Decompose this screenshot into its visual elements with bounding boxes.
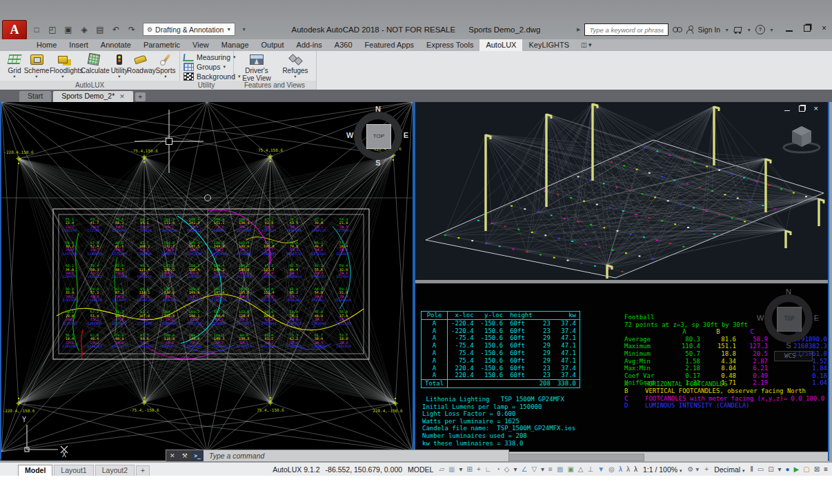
ribbon-tab-manage[interactable]: Manage <box>215 39 255 51</box>
annotation-scale-sync-icon[interactable]: λ <box>634 466 637 473</box>
ribbon-tab-keylights[interactable]: KeyLIGHTS <box>522 39 575 51</box>
ribbon-button-scheme[interactable]: Scheme▾ <box>23 52 50 78</box>
wcs-dropdown[interactable]: WCS ▾ <box>774 351 813 361</box>
annotation-scale-control[interactable]: 1:1 / 100% ▾ <box>643 465 682 474</box>
layout1-tab[interactable]: Layout1 <box>54 465 93 476</box>
viewcube[interactable]: TOP N S E W <box>348 106 408 165</box>
new-layout-button[interactable]: + <box>136 465 150 476</box>
exchange-caret-icon[interactable]: ▼ <box>746 28 751 32</box>
performance-icon[interactable]: ⊠ <box>814 466 820 473</box>
viewport-minimize-button[interactable] <box>784 106 790 111</box>
snap-mode-icon[interactable]: ⊞ <box>467 466 473 473</box>
space-indicator[interactable]: MODEL <box>408 465 433 474</box>
scrollbar-thumb[interactable] <box>498 454 644 461</box>
viewcube-west[interactable]: W <box>346 131 353 139</box>
file-tab-document[interactable]: Sports Demo_2*✕ <box>53 91 133 102</box>
isodraft-icon[interactable]: ◇ <box>504 466 510 473</box>
transparency-icon[interactable]: ▩ <box>557 466 563 473</box>
viewcube-dim-east[interactable]: E <box>814 314 819 322</box>
ribbon-display-toggle-icon[interactable]: ◫ ▾ <box>581 39 592 51</box>
ribbon-tab-view[interactable]: View <box>186 39 215 51</box>
ribbon-tab-insert[interactable]: Insert <box>63 39 95 51</box>
signin-caret-icon[interactable]: ▼ <box>724 28 729 32</box>
ribbon-tab-home[interactable]: Home <box>30 39 63 51</box>
viewcube-dim[interactable]: TOP N S E W <box>759 289 818 348</box>
autoscale-icon[interactable]: λ <box>626 466 630 473</box>
plot-icon[interactable]: ▤ <box>95 25 105 34</box>
ribbon-button-refuges[interactable]: Refuges▾ <box>279 52 312 78</box>
help-caret-icon[interactable]: ▼ <box>769 28 774 32</box>
polar-tracking-icon[interactable]: ◔ <box>496 466 500 473</box>
ribbon-tab-express-tools[interactable]: Express Tools <box>420 39 479 51</box>
search-icon[interactable] <box>673 26 682 34</box>
ribbon-button-roadway[interactable]: Roadway <box>127 52 153 74</box>
search-expand-icon[interactable]: ▶ <box>577 27 580 32</box>
isodraft-caret-icon[interactable]: ▾ <box>513 466 517 473</box>
redo-icon[interactable]: ↷ <box>127 25 137 34</box>
annotation-monitor-icon[interactable]: ‖ <box>751 466 753 473</box>
results-text-viewport[interactable]: Polex-locy-locheightkwA-220.4-150.660ft2… <box>415 283 828 452</box>
annotation-visibility-icon[interactable]: λ <box>619 466 622 473</box>
ribbon-tab-a360[interactable]: A360 <box>328 39 359 51</box>
units-control[interactable]: Decimal ▾ <box>714 465 744 474</box>
viewcube-dim-north[interactable]: N <box>759 288 818 296</box>
dynamic-input-icon[interactable]: + <box>477 466 481 473</box>
open-file-icon[interactable]: ◰ <box>48 25 57 34</box>
ortho-icon[interactable]: ∟ <box>485 466 492 473</box>
command-prompt-icon[interactable]: >_ <box>191 450 204 461</box>
viewcube-dim-west[interactable]: W <box>757 314 764 322</box>
plan-view-viewport[interactable]: 55.123.421.2118124563.241.728.6132240775… <box>1 102 413 461</box>
coordinates-readout[interactable]: -86.552, 150.679, 0.000 <box>326 465 403 474</box>
help-search-field[interactable] <box>584 23 668 36</box>
command-line-bar[interactable]: ✕ ⚒ >_ Type a command <box>166 450 509 462</box>
save-icon[interactable]: ▣ <box>63 25 73 34</box>
command-input[interactable]: Type a command <box>204 450 508 461</box>
ribbon-button-floodlights[interactable]: Floodlights▾ <box>50 52 76 78</box>
osnap-icon[interactable]: ▽ <box>531 466 537 473</box>
app-store-cart-icon[interactable] <box>733 26 742 34</box>
model-tab[interactable]: Model <box>18 465 52 476</box>
restore-button[interactable] <box>804 25 811 32</box>
gizmo-icon[interactable]: ◎ <box>608 466 615 473</box>
viewcube-north[interactable]: N <box>348 105 408 113</box>
dynamic-ucs-icon[interactable]: ⊥ <box>588 466 594 473</box>
ribbon-button-sports[interactable]: Sports▾ <box>152 52 179 78</box>
file-tab-close-icon[interactable]: ✕ <box>119 93 125 100</box>
help-icon[interactable]: ? <box>755 25 765 34</box>
sign-in-button[interactable]: Sign In <box>697 26 720 34</box>
lock-caret-icon[interactable]: ▾ <box>778 466 782 473</box>
grid-caret-icon[interactable]: ▾ <box>459 466 463 473</box>
close-button[interactable]: × <box>822 25 826 32</box>
viewcube-south[interactable]: S <box>348 159 408 167</box>
layout2-tab[interactable]: Layout2 <box>95 465 135 476</box>
osnap-caret-icon[interactable]: ▾ <box>541 466 544 473</box>
viewcube-dim-south[interactable]: S <box>759 341 818 350</box>
search-input[interactable] <box>588 26 665 34</box>
viewcube-3d-icon[interactable] <box>781 119 822 154</box>
ribbon-tab-featured-apps[interactable]: Featured Apps <box>359 39 421 51</box>
ribbon-tab-autolux[interactable]: AutoLUX <box>479 39 522 51</box>
new-drawing-tab-button[interactable]: + <box>135 92 146 101</box>
command-close-icon[interactable]: ✕ <box>170 452 175 459</box>
application-menu-button[interactable]: A <box>2 20 27 40</box>
file-tab-start[interactable]: Start <box>19 91 51 102</box>
clean-screen-icon[interactable]: ▢ <box>803 466 809 473</box>
workspace-switching-icon[interactable]: ⚙ ▾ <box>688 466 700 473</box>
viewcube-dim-top-face[interactable]: TOP <box>777 307 802 332</box>
hardware-acceleration-icon[interactable]: ● <box>786 466 790 473</box>
plugin-status-icon[interactable]: ▶ <box>794 466 800 473</box>
command-wrench-icon[interactable]: ⚒ <box>182 452 188 459</box>
otrack-icon[interactable]: ∠ <box>521 466 527 473</box>
3d-osnap-icon[interactable]: △ <box>578 466 584 473</box>
undo-icon[interactable]: ↶ <box>111 25 121 34</box>
save-as-icon[interactable]: ◈ <box>79 25 89 34</box>
infer-constraints-icon[interactable]: ▱ <box>439 466 444 473</box>
lineweight-icon[interactable]: ≡ <box>548 466 553 473</box>
minimize-button[interactable] <box>786 26 793 32</box>
viewport-restore-button[interactable] <box>799 105 805 112</box>
ribbon-tab-add-ins[interactable]: Add-ins <box>290 39 328 51</box>
lock-ui-icon[interactable]: ⊡ <box>768 466 773 473</box>
viewcube-top-face[interactable]: TOP <box>366 124 391 149</box>
quick-properties-icon[interactable]: ▭ <box>757 466 764 473</box>
ribbon-tab-output[interactable]: Output <box>255 39 290 51</box>
